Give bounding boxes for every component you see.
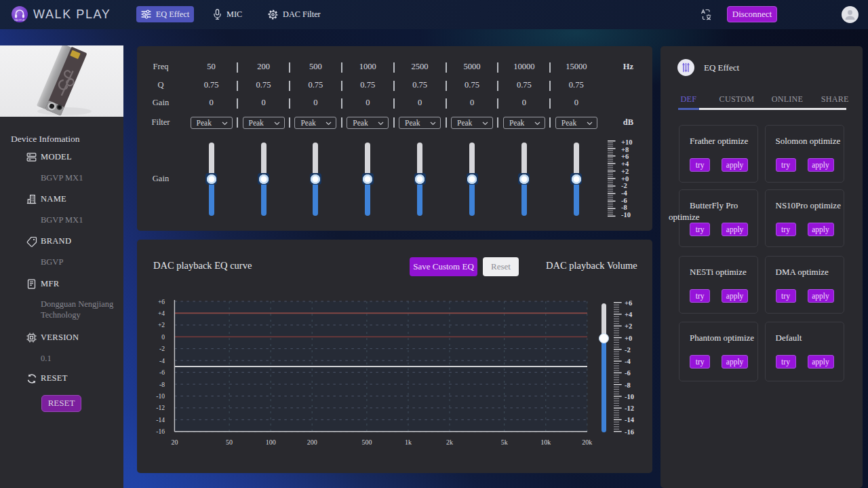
svg-text:1k: 1k [405, 438, 412, 446]
svg-text:+6: +6 [621, 153, 629, 160]
svg-text:+4: +4 [621, 160, 629, 168]
svg-text:+0: +0 [621, 175, 629, 183]
svg-text:-10: -10 [156, 393, 165, 400]
svg-text:+4: +4 [625, 311, 633, 318]
svg-text:-14: -14 [625, 416, 635, 424]
svg-text:0: 0 [161, 334, 165, 341]
svg-text:+2: +2 [621, 168, 629, 175]
svg-text:-2: -2 [625, 346, 631, 354]
svg-text:-6: -6 [621, 197, 627, 204]
svg-text:+2: +2 [625, 322, 632, 330]
svg-text:+4: +4 [158, 310, 165, 317]
svg-text:-12: -12 [156, 405, 165, 411]
svg-text:+6: +6 [158, 299, 165, 305]
svg-text:500: 500 [361, 438, 372, 446]
svg-text:+0: +0 [625, 335, 632, 342]
svg-text:-8: -8 [159, 381, 165, 388]
svg-text:-8: -8 [625, 381, 631, 389]
svg-text:-2: -2 [159, 345, 165, 352]
svg-text:-16: -16 [625, 428, 634, 436]
svg-text:+2: +2 [158, 322, 165, 329]
svg-text:50: 50 [226, 438, 233, 446]
svg-text:WALKPLAY: WALKPLAY [14, 19, 25, 22]
svg-text:-16: -16 [156, 428, 165, 435]
svg-text:-8: -8 [621, 204, 627, 211]
svg-text:+8: +8 [621, 146, 629, 153]
svg-text:10k: 10k [540, 438, 551, 446]
svg-text:-14: -14 [156, 417, 165, 424]
svg-text:5k: 5k [501, 438, 508, 446]
svg-text:2k: 2k [446, 438, 453, 446]
svg-text:+10: +10 [621, 138, 632, 146]
svg-text:-6: -6 [159, 369, 165, 376]
svg-text:-2: -2 [621, 182, 627, 189]
svg-text:100: 100 [266, 438, 276, 446]
svg-text:20: 20 [171, 438, 178, 446]
svg-text:+6: +6 [625, 299, 632, 307]
svg-text:-4: -4 [621, 189, 627, 197]
svg-text:-6: -6 [625, 369, 631, 377]
svg-text:20k: 20k [582, 438, 592, 446]
svg-text:-10: -10 [621, 211, 631, 219]
svg-text:200: 200 [307, 438, 317, 446]
svg-text:-4: -4 [159, 358, 165, 364]
svg-text:-10: -10 [625, 393, 634, 400]
svg-text:-12: -12 [625, 405, 634, 412]
svg-text:-4: -4 [625, 358, 631, 365]
